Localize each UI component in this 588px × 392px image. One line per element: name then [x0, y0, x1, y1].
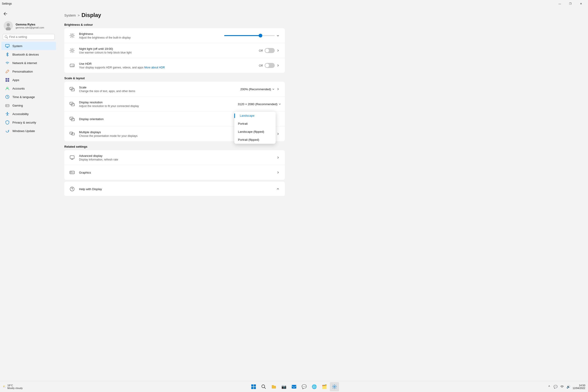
breadcrumb: System > Display: [64, 12, 285, 18]
advanced-display-title: Advanced display: [79, 154, 275, 158]
hdr-title: Use HDR: [79, 62, 255, 66]
svg-point-27: [70, 187, 74, 191]
sidebar-label-system: System: [12, 44, 22, 48]
svg-rect-3: [6, 44, 9, 47]
night-light-toggle[interactable]: [264, 48, 275, 53]
hdr-icon: HDR: [68, 61, 76, 70]
search-input[interactable]: [9, 35, 52, 38]
advanced-display-chevron[interactable]: [275, 154, 281, 161]
sidebar-label-personalisation: Personalisation: [12, 70, 33, 73]
hdr-text: Use HDR Your display supports HDR games,…: [79, 62, 255, 69]
svg-rect-4: [6, 78, 7, 80]
sidebar-item-apps[interactable]: Apps: [2, 76, 56, 84]
sidebar-item-gaming[interactable]: Gaming: [2, 101, 56, 110]
hdr-toggle[interactable]: [264, 63, 275, 68]
apps-icon: [5, 78, 10, 82]
hdr-toggle-label: Off: [259, 64, 263, 67]
search-icon: [5, 35, 8, 38]
night-light-desc: Use warmer colours to help block blue li…: [79, 51, 255, 54]
sidebar-item-bluetooth[interactable]: Bluetooth & devices: [2, 50, 56, 58]
brightness-thumb[interactable]: [259, 34, 262, 38]
user-profile[interactable]: Gemma Ryles gemma.ryles@gmail.com: [0, 18, 58, 34]
resolution-text: Display resolution Adjust the resolution…: [79, 100, 234, 108]
svg-rect-24: [70, 156, 74, 159]
brightness-expand-button[interactable]: [275, 32, 281, 39]
orientation-option-portrait[interactable]: Portrait: [234, 120, 276, 128]
breadcrumb-current: Display: [82, 12, 101, 18]
orientation-option-landscape-flipped[interactable]: Landscape (flipped): [234, 128, 276, 136]
orientation-option-landscape[interactable]: Landscape: [234, 112, 276, 120]
card-scale-layout: Scale Change the size of text, apps, and…: [64, 82, 285, 141]
nav-menu: System Bluetooth & devices: [0, 42, 58, 135]
section-brightness-colour: Brightness & colour: [64, 23, 285, 26]
titlebar-title: Settings: [2, 2, 12, 5]
hdr-chevron[interactable]: [275, 62, 281, 69]
resolution-dropdown[interactable]: 3120 × 2080 (Recommended): [238, 102, 281, 106]
back-button[interactable]: [2, 10, 9, 18]
sidebar-item-privacy[interactable]: Privacy & security: [2, 118, 56, 126]
svg-rect-26: [70, 172, 72, 173]
privacy-icon: [5, 120, 10, 125]
svg-rect-19: [71, 104, 74, 106]
scale-icon: [68, 85, 76, 93]
sidebar-label-privacy: Privacy & security: [12, 121, 36, 124]
svg-rect-21: [71, 118, 74, 121]
orientation-dropdown: Landscape Portrait Landscape (flipped) P…: [234, 112, 276, 144]
titlebar-left: Settings: [2, 2, 12, 5]
svg-rect-16: [70, 87, 73, 90]
accessibility-icon: [5, 112, 10, 116]
multiple-displays-chevron[interactable]: [275, 131, 281, 137]
search-container: [0, 34, 58, 42]
bluetooth-icon: [5, 52, 10, 57]
sidebar-label-accessibility: Accessibility: [12, 112, 29, 116]
sidebar-label-bluetooth: Bluetooth & devices: [12, 53, 39, 56]
sidebar-item-time[interactable]: Time & language: [2, 93, 56, 101]
card-related-settings: Advanced display Display information, re…: [64, 150, 285, 180]
resolution-desc: Adjust the resolution to fit your connec…: [79, 104, 234, 108]
night-light-text: Night light (off until 19:00) Use warmer…: [79, 47, 255, 54]
svg-rect-7: [8, 80, 9, 82]
system-icon: [5, 44, 10, 48]
time-icon: [5, 94, 10, 99]
sidebar-item-system[interactable]: System: [2, 42, 56, 50]
accounts-icon: [5, 86, 10, 91]
breadcrumb-parent[interactable]: System: [64, 13, 76, 17]
graphics-chevron[interactable]: [275, 169, 281, 176]
setting-graphics: Graphics: [64, 165, 285, 180]
user-name: Gemma Ryles: [16, 23, 44, 26]
scale-chevron[interactable]: [275, 86, 281, 92]
svg-point-13: [71, 50, 73, 52]
help-display-chevron[interactable]: [275, 186, 281, 192]
help-display-text: Help with Display: [79, 188, 275, 191]
svg-point-12: [71, 35, 73, 36]
svg-point-1: [7, 23, 10, 26]
sidebar-item-network[interactable]: Network & internet: [2, 59, 56, 67]
sidebar-item-update[interactable]: Windows Update: [2, 127, 56, 135]
resolution-title: Display resolution: [79, 100, 234, 104]
graphics-text: Graphics: [79, 171, 275, 174]
hdr-desc: Your display supports HDR games, videos,…: [79, 66, 255, 69]
brightness-slider[interactable]: [224, 35, 275, 36]
multiple-displays-icon: [68, 130, 76, 138]
night-light-chevron[interactable]: [275, 47, 281, 54]
resolution-control: 3120 × 2080 (Recommended): [238, 102, 281, 106]
svg-rect-6: [6, 80, 7, 82]
network-icon: [5, 61, 10, 65]
scale-dropdown[interactable]: 200% (Recommended): [240, 88, 275, 91]
graphics-title: Graphics: [79, 171, 275, 174]
setting-resolution: Display resolution Adjust the resolution…: [64, 97, 285, 112]
sidebar-item-personalisation[interactable]: Personalisation: [2, 67, 56, 76]
app-container: Gemma Ryles gemma.ryles@gmail.com: [0, 0, 294, 196]
update-icon: [5, 128, 10, 133]
help-display-icon: [68, 185, 76, 193]
night-light-icon: [68, 46, 76, 55]
section-scale-layout: Scale & layout: [64, 76, 285, 80]
night-light-control: Off: [259, 48, 275, 53]
hdr-link[interactable]: More about HDR: [144, 66, 165, 69]
night-light-title: Night light (off until 19:00): [79, 47, 255, 50]
setting-orientation: Display orientation Landscape Portrait L…: [64, 112, 285, 126]
sidebar-item-accessibility[interactable]: Accessibility: [2, 110, 56, 118]
sidebar-label-update: Windows Update: [12, 129, 35, 133]
orientation-option-portrait-flipped[interactable]: Portrait (flipped): [234, 136, 276, 144]
sidebar-item-accounts[interactable]: Accounts: [2, 84, 56, 92]
